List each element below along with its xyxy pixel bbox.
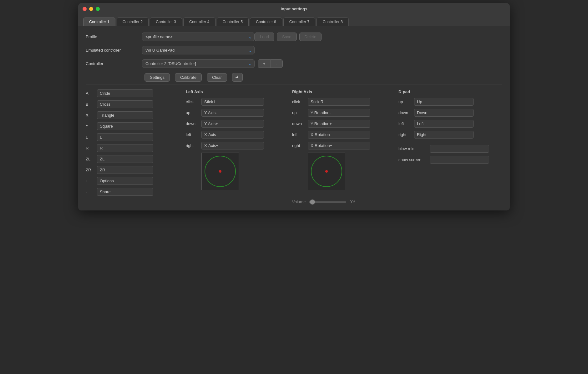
dpad-row: down: [398, 109, 502, 117]
mapping-input[interactable]: [97, 177, 153, 185]
button-mapping-row: ZR: [86, 166, 176, 174]
left-joystick-dot: [219, 170, 221, 173]
extras-section: blow mic show screen: [398, 145, 502, 164]
mapping-input[interactable]: [97, 89, 153, 97]
left-joystick-circle: [205, 156, 236, 187]
show-screen-row: show screen: [398, 156, 502, 164]
compass-button[interactable]: ➤: [232, 73, 243, 82]
button-mappings-list: A B X Y L R ZL ZR + -: [86, 89, 176, 196]
right-axis-row: click: [292, 98, 389, 106]
axis-input[interactable]: [308, 98, 370, 106]
add-controller-button[interactable]: +: [258, 59, 271, 68]
blow-mic-label: blow mic: [398, 146, 430, 151]
button-mapping-row: R: [86, 144, 176, 152]
divider: [86, 84, 502, 84]
volume-slider[interactable]: [309, 201, 346, 203]
profile-select[interactable]: <profile name>: [142, 33, 255, 41]
mapping-input[interactable]: [97, 155, 153, 163]
maximize-button[interactable]: [96, 7, 100, 11]
dpad-row: up: [398, 98, 502, 106]
right-axis-row: down: [292, 120, 389, 128]
calibrate-button[interactable]: Calibrate: [175, 73, 202, 82]
mapping-key: L: [86, 135, 97, 139]
button-mapping-row: +: [86, 177, 176, 185]
mapping-input[interactable]: [97, 111, 153, 119]
tab-controller2[interactable]: Controller 2: [117, 18, 149, 26]
axis-input[interactable]: [201, 109, 264, 117]
dpad-input[interactable]: [414, 109, 474, 117]
left-axis-row: click: [186, 98, 283, 106]
dpad-key: left: [398, 121, 414, 126]
tab-controller4[interactable]: Controller 4: [183, 18, 215, 26]
controller-select-wrapper: Controller 2 [DSUController] ⌄: [142, 59, 255, 68]
axis-input[interactable]: [201, 142, 264, 149]
right-axis-row: right: [292, 142, 389, 149]
mapping-key: Y: [86, 124, 97, 129]
emulated-select[interactable]: Wii U GamePad: [142, 46, 255, 54]
dpad-input[interactable]: [414, 98, 474, 106]
axis-input[interactable]: [308, 120, 370, 128]
close-button[interactable]: [83, 7, 87, 11]
axis-key: down: [186, 121, 201, 126]
title-bar: Input settings: [78, 3, 510, 15]
settings-button[interactable]: Settings: [144, 73, 170, 82]
save-button[interactable]: Save: [277, 33, 297, 41]
controller-select[interactable]: Controller 2 [DSUController]: [142, 59, 255, 68]
dpad-title: D-pad: [398, 89, 502, 94]
axis-input[interactable]: [201, 131, 264, 139]
left-axis-row: right: [186, 142, 283, 149]
clear-button[interactable]: Clear: [207, 73, 227, 82]
blow-mic-input[interactable]: [430, 145, 489, 153]
profile-label: Profile: [86, 34, 142, 39]
axis-input[interactable]: [308, 131, 370, 139]
mapping-input[interactable]: [97, 133, 153, 141]
minimize-button[interactable]: [89, 7, 93, 11]
control-buttons-row: Settings Calibrate Clear ➤: [86, 73, 502, 82]
load-button[interactable]: Load: [255, 33, 274, 41]
mapping-key: ZL: [86, 157, 97, 161]
left-axis-row: down: [186, 120, 283, 128]
show-screen-label: show screen: [398, 157, 430, 162]
emulated-select-wrapper: Wii U GamePad ⌄: [142, 46, 255, 54]
emulated-label: Emulated controller: [86, 48, 142, 53]
tab-controller7[interactable]: Controller 7: [283, 18, 316, 26]
dpad-row: right: [398, 131, 502, 139]
right-axis-rows: click up down left right: [292, 98, 389, 149]
controller-row: Controller Controller 2 [DSUController] …: [86, 59, 502, 68]
mapping-input[interactable]: [97, 166, 153, 174]
remove-controller-button[interactable]: -: [271, 59, 283, 68]
show-screen-input[interactable]: [430, 156, 489, 164]
tab-controller3[interactable]: Controller 3: [150, 18, 182, 26]
mapping-key: ZR: [86, 168, 97, 172]
mapping-input[interactable]: [97, 100, 153, 108]
mapping-key: A: [86, 91, 97, 96]
axis-key: left: [186, 132, 201, 137]
tab-controller5[interactable]: Controller 5: [217, 18, 249, 26]
mapping-key: +: [86, 179, 97, 183]
mapping-input[interactable]: [97, 188, 153, 196]
delete-button[interactable]: Delete: [299, 33, 322, 41]
volume-section: Volume 0%: [292, 200, 389, 204]
dpad-row: left: [398, 120, 502, 128]
mapping-key: R: [86, 146, 97, 150]
right-joystick-dot: [325, 170, 328, 173]
dpad-input[interactable]: [414, 120, 474, 128]
axis-key: up: [292, 110, 308, 115]
tab-controller6[interactable]: Controller 6: [250, 18, 282, 26]
tab-controller8[interactable]: Controller 8: [317, 18, 349, 26]
axis-input[interactable]: [308, 109, 370, 117]
axis-input[interactable]: [308, 142, 370, 149]
profile-select-wrapper: <profile name> ⌄: [142, 33, 255, 41]
axis-input[interactable]: [201, 120, 264, 128]
mapping-input[interactable]: [97, 122, 153, 130]
mapping-grid: A B X Y L R ZL ZR + -: [86, 89, 502, 204]
right-axis-title: Right Axis: [292, 89, 389, 94]
mapping-input[interactable]: [97, 144, 153, 152]
controller-btn-group: + -: [258, 59, 283, 68]
axis-input[interactable]: [201, 98, 264, 106]
left-axis-row: up: [186, 109, 283, 117]
dpad-input[interactable]: [414, 131, 474, 139]
button-mapping-row: ZL: [86, 155, 176, 163]
tab-controller1[interactable]: Controller 1: [83, 18, 115, 26]
button-mapping-row: X: [86, 111, 176, 119]
